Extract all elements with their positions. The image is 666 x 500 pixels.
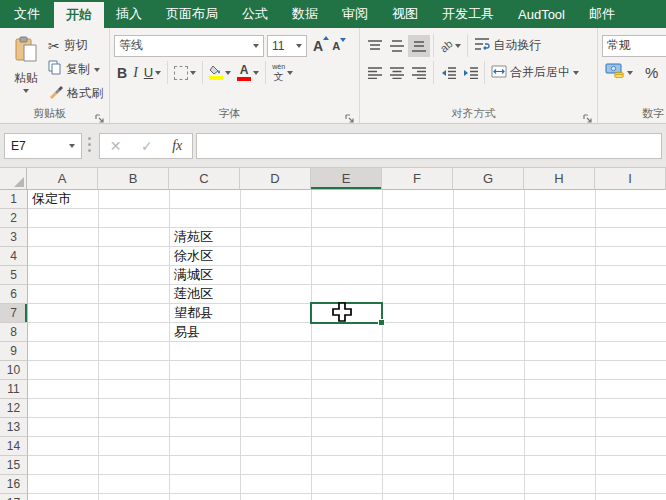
cell-C1[interactable] [170,190,241,209]
cell-A12[interactable] [28,399,99,418]
cell-F5[interactable] [383,266,454,285]
cell-F6[interactable] [383,285,454,304]
cell-G7[interactable] [454,304,525,323]
decrease-indent-button[interactable] [437,62,459,84]
cell-G17[interactable] [454,494,525,500]
row-header-1[interactable]: 1 [0,190,28,209]
cell-G12[interactable] [454,399,525,418]
tab-开发工具[interactable]: 开发工具 [430,0,506,28]
tab-公式[interactable]: 公式 [230,0,280,28]
column-header-B[interactable]: B [98,168,169,190]
cell-I2[interactable] [596,209,666,228]
cell-F15[interactable] [383,456,454,475]
cell-G6[interactable] [454,285,525,304]
orientation-button[interactable]: ab [437,35,464,57]
cell-G16[interactable] [454,475,525,494]
merge-center-button[interactable]: 合并后居中 [488,62,582,84]
cell-G3[interactable] [454,228,525,247]
cell-C4[interactable]: 徐水区 [170,247,241,266]
cell-B13[interactable] [99,418,170,437]
cell-I15[interactable] [596,456,666,475]
cell-F12[interactable] [383,399,454,418]
cell-F11[interactable] [383,380,454,399]
cell-F9[interactable] [383,342,454,361]
align-center-button[interactable] [386,62,408,84]
cell-B15[interactable] [99,456,170,475]
fill-handle[interactable] [378,319,385,326]
align-middle-button[interactable] [386,35,408,57]
fill-color-button[interactable] [206,62,234,84]
cell-H7[interactable] [525,304,596,323]
cell-A14[interactable] [28,437,99,456]
cell-E12[interactable] [312,399,383,418]
cell-I16[interactable] [596,475,666,494]
row-header-14[interactable]: 14 [0,437,28,456]
cell-E17[interactable] [312,494,383,500]
cell-D3[interactable] [241,228,312,247]
merge-center-dropdown-arrow-icon[interactable] [573,71,579,75]
cell-B17[interactable] [99,494,170,500]
cell-I9[interactable] [596,342,666,361]
cell-H1[interactable] [525,190,596,209]
cell-D4[interactable] [241,247,312,266]
cell-E16[interactable] [312,475,383,494]
cell-D1[interactable] [241,190,312,209]
cell-G2[interactable] [454,209,525,228]
enter-icon[interactable]: ✓ [141,138,153,154]
decrease-font-size-button[interactable]: A [329,40,343,52]
cell-F17[interactable] [383,494,454,500]
cell-D17[interactable] [241,494,312,500]
cell-D12[interactable] [241,399,312,418]
cell-F4[interactable] [383,247,454,266]
cell-B3[interactable] [99,228,170,247]
cell-F1[interactable] [383,190,454,209]
cell-H14[interactable] [525,437,596,456]
cell-D13[interactable] [241,418,312,437]
row-header-10[interactable]: 10 [0,361,28,380]
cell-I13[interactable] [596,418,666,437]
font-color-dropdown-arrow-icon[interactable] [253,71,259,75]
cell-E11[interactable] [312,380,383,399]
cell-C13[interactable] [170,418,241,437]
cell-C16[interactable] [170,475,241,494]
tab-文件[interactable]: 文件 [0,0,54,28]
row-header-3[interactable]: 3 [0,228,28,247]
cell-D8[interactable] [241,323,312,342]
cell-C11[interactable] [170,380,241,399]
cell-D16[interactable] [241,475,312,494]
row-header-12[interactable]: 12 [0,399,28,418]
cell-C10[interactable] [170,361,241,380]
cell-B16[interactable] [99,475,170,494]
cell-E13[interactable] [312,418,383,437]
cell-B14[interactable] [99,437,170,456]
tab-审阅[interactable]: 审阅 [330,0,380,28]
tab-视图[interactable]: 视图 [380,0,430,28]
tab-AudTool[interactable]: AudTool [506,0,577,28]
cell-C3[interactable]: 清苑区 [170,228,241,247]
copy-button[interactable]: 复制 [48,59,103,80]
cell-A4[interactable] [28,247,99,266]
tab-插入[interactable]: 插入 [104,0,154,28]
name-box-dropdown-arrow-icon[interactable] [69,144,75,148]
cell-A6[interactable] [28,285,99,304]
cancel-icon[interactable]: ✕ [110,138,122,154]
cell-G10[interactable] [454,361,525,380]
cell-B9[interactable] [99,342,170,361]
cell-E14[interactable] [312,437,383,456]
cell-E3[interactable] [312,228,383,247]
cell-A10[interactable] [28,361,99,380]
cell-G14[interactable] [454,437,525,456]
clipboard-dialog-launcher-icon[interactable] [95,110,105,120]
borders-button[interactable] [171,62,199,84]
insert-function-icon[interactable]: fx [172,138,182,154]
cell-B8[interactable] [99,323,170,342]
copy-dropdown-arrow-icon[interactable] [94,68,100,72]
cell-H12[interactable] [525,399,596,418]
cell-H3[interactable] [525,228,596,247]
cell-H10[interactable] [525,361,596,380]
cell-C8[interactable]: 易县 [170,323,241,342]
cell-A3[interactable] [28,228,99,247]
cell-F8[interactable] [383,323,454,342]
cell-I7[interactable] [596,304,666,323]
cell-G9[interactable] [454,342,525,361]
